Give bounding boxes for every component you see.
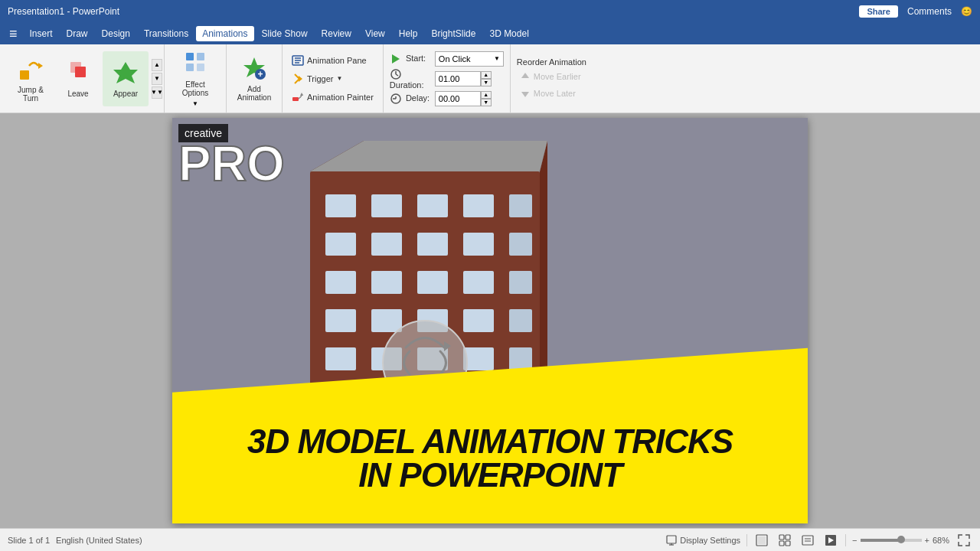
duration-up[interactable]: ▲ — [481, 71, 492, 79]
duration-row: Duration: 01.00 ▲ ▼ — [390, 70, 504, 88]
add-animation-button[interactable]: + AddAnimation — [231, 51, 277, 106]
add-animation-group: + AddAnimation — [227, 44, 283, 112]
scroll-more[interactable]: ▼▼ — [152, 86, 162, 99]
delay-input[interactable]: 00.00 — [435, 91, 481, 106]
animation-painter-button[interactable]: Animation Painter — [289, 89, 377, 106]
separator2 — [845, 534, 846, 546]
svg-rect-49 — [463, 309, 494, 332]
zoom-level[interactable]: 68% — [933, 536, 949, 545]
menu-insert[interactable]: Insert — [24, 26, 59, 41]
menu-file[interactable]: ≡ — [5, 26, 22, 42]
logo-pro: PRO — [178, 142, 285, 187]
svg-rect-63 — [758, 536, 766, 544]
delay-icon — [390, 93, 402, 105]
fit-slide-button[interactable] — [956, 532, 972, 549]
svg-rect-47 — [371, 309, 402, 332]
banner-line2: IN POWERPOINT — [247, 458, 733, 492]
svg-text:+: + — [257, 69, 263, 80]
svg-rect-45 — [509, 271, 532, 294]
svg-rect-51 — [325, 347, 356, 370]
animation-painter-icon — [292, 91, 304, 103]
zoom-in-button[interactable]: + — [925, 536, 929, 545]
svg-rect-17 — [292, 97, 299, 101]
slideshow-icon — [825, 534, 837, 546]
effect-options-label: EffectOptions — [182, 80, 208, 97]
svg-rect-66 — [779, 541, 784, 546]
svg-rect-42 — [371, 271, 402, 294]
anim-jump-turn[interactable]: Jump & Turn — [8, 51, 54, 106]
anim-leave[interactable]: Leave — [55, 51, 101, 106]
normal-view-button[interactable] — [753, 532, 770, 549]
svg-rect-0 — [20, 70, 29, 80]
svg-rect-50 — [509, 309, 532, 332]
add-animation-icon: + — [242, 56, 266, 83]
status-bar: Slide 1 of 1 English (United States) Dis… — [0, 528, 980, 551]
delay-up[interactable]: ▲ — [481, 91, 492, 99]
logo: creative PRO — [178, 124, 285, 187]
trigger-button[interactable]: Trigger ▼ — [289, 70, 377, 87]
slide-sorter-icon — [779, 534, 791, 546]
svg-rect-32 — [371, 194, 402, 217]
svg-rect-3 — [75, 67, 86, 77]
svg-rect-34 — [463, 194, 494, 217]
trigger-icon — [292, 73, 304, 85]
animation-pane-icon — [292, 54, 304, 67]
svg-marker-1 — [38, 63, 43, 69]
animation-items: Jump & Turn Leave Appea — [8, 51, 149, 106]
effect-options-button[interactable]: EffectOptions ▼ — [169, 51, 221, 106]
slideshow-view-button[interactable] — [822, 532, 839, 549]
menu-help[interactable]: Help — [393, 26, 424, 41]
anim-appear[interactable]: Appear — [103, 51, 149, 106]
zoom-thumb[interactable] — [897, 536, 905, 543]
separator — [746, 534, 747, 546]
svg-rect-5 — [186, 53, 194, 60]
svg-rect-68 — [802, 536, 813, 545]
share-button[interactable]: Share — [859, 5, 898, 18]
title-bar: Presentation1 - PowerPoint Share Comment… — [0, 0, 980, 23]
svg-marker-25 — [521, 73, 529, 78]
menu-brightslide[interactable]: BrightSlide — [425, 26, 482, 41]
menu-animations[interactable]: Animations — [196, 26, 253, 41]
banner-line1: 3D MODEL ANIMATION TRICKS — [247, 425, 733, 458]
svg-rect-54 — [463, 347, 494, 370]
menu-draw[interactable]: Draw — [60, 26, 94, 41]
scroll-down[interactable]: ▼ — [152, 73, 162, 85]
animation-pane-button[interactable]: Animation Pane — [289, 52, 377, 69]
reading-view-icon — [802, 534, 814, 546]
duration-input[interactable]: 01.00 — [435, 71, 481, 86]
leave-label: Leave — [67, 90, 88, 98]
duration-down[interactable]: ▼ — [481, 79, 492, 86]
start-dropdown[interactable]: On Click ▼ — [435, 51, 504, 67]
svg-rect-36 — [325, 233, 356, 256]
scroll-up[interactable]: ▲ — [152, 59, 162, 71]
svg-rect-46 — [325, 309, 356, 332]
menu-design[interactable]: Design — [96, 26, 136, 41]
menu-review[interactable]: Review — [315, 26, 358, 41]
display-settings-button[interactable]: Display Settings — [666, 535, 740, 546]
play-icon — [390, 53, 402, 65]
normal-view-icon — [756, 534, 768, 546]
comments-button[interactable]: Comments — [907, 6, 952, 17]
svg-rect-39 — [463, 233, 494, 256]
appear-icon — [112, 59, 139, 86]
menu-3dmodel[interactable]: 3D Model — [483, 26, 534, 41]
jump-turn-icon — [17, 55, 44, 83]
zoom-slider[interactable] — [861, 539, 922, 542]
delay-down[interactable]: ▼ — [481, 99, 492, 106]
menu-view[interactable]: View — [359, 26, 391, 41]
move-later-button[interactable]: Move Later — [517, 86, 586, 100]
menu-slideshow[interactable]: Slide Show — [256, 26, 314, 41]
reading-view-button[interactable] — [799, 532, 816, 549]
svg-rect-31 — [325, 194, 356, 217]
slide-sorter-button[interactable] — [776, 532, 793, 549]
move-earlier-button[interactable]: Move Earlier — [517, 70, 586, 83]
trigger-arrow: ▼ — [336, 75, 342, 82]
svg-rect-6 — [197, 53, 204, 60]
svg-line-21 — [396, 74, 398, 76]
zoom-out-button[interactable]: − — [852, 536, 857, 545]
menu-transitions[interactable]: Transitions — [138, 26, 194, 41]
account-icon[interactable]: 😊 — [961, 6, 972, 17]
slide-area[interactable]: creative PRO 3D MODEL ANIMATION TRICKS I… — [0, 113, 980, 528]
duration-label: Duration: — [390, 68, 432, 90]
svg-rect-64 — [779, 535, 784, 540]
